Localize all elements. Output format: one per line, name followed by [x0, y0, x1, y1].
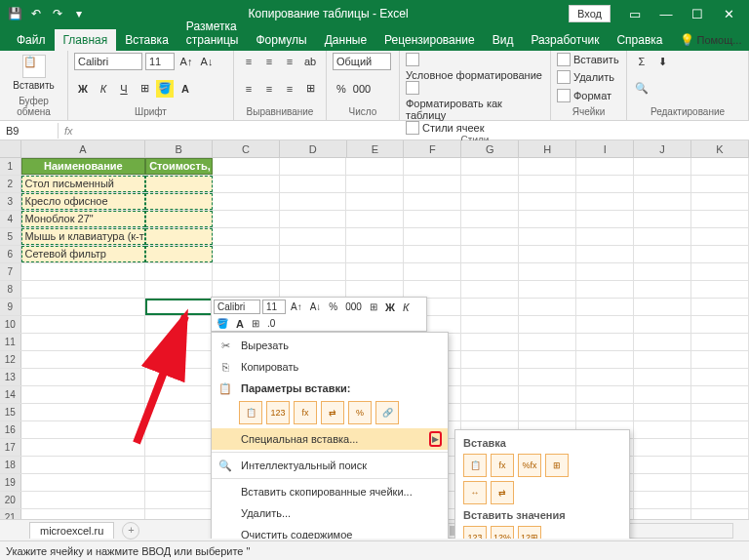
cell[interactable]	[461, 299, 519, 315]
cell[interactable]	[21, 316, 146, 333]
paste-formatting-icon[interactable]: %	[348, 401, 372, 424]
cell[interactable]	[145, 299, 213, 315]
font-name-input[interactable]	[74, 53, 142, 70]
qat-dropdown-icon[interactable]: ▾	[70, 5, 88, 22]
cell[interactable]	[145, 281, 213, 298]
ctx-cut[interactable]: ✂Вырезать	[212, 335, 448, 356]
col-header[interactable]: F	[404, 140, 461, 157]
paste-formulas-icon[interactable]: fx	[294, 401, 317, 424]
row-header[interactable]: 2	[0, 176, 21, 192]
cell[interactable]	[634, 228, 691, 245]
cell[interactable]	[213, 281, 280, 298]
sheet-tab[interactable]: microexcel.ru	[29, 522, 114, 539]
row-header[interactable]: 13	[0, 369, 21, 385]
cell[interactable]	[576, 299, 634, 315]
cell[interactable]	[576, 316, 634, 333]
cell[interactable]	[346, 281, 404, 298]
ctx-delete[interactable]: Удалить...	[212, 502, 448, 524]
mini-font[interactable]	[214, 300, 260, 314]
cell[interactable]	[145, 228, 213, 245]
number-format[interactable]	[333, 53, 391, 70]
cell[interactable]	[519, 158, 576, 175]
cell[interactable]	[461, 176, 519, 192]
col-header[interactable]: H	[519, 140, 576, 157]
cell[interactable]	[21, 421, 146, 438]
cell[interactable]	[145, 193, 213, 210]
cell[interactable]	[519, 263, 576, 280]
cell[interactable]	[634, 386, 691, 403]
increase-font-icon[interactable]: A↑	[177, 53, 195, 70]
tab-help[interactable]: Справка	[608, 29, 671, 51]
cell[interactable]	[519, 316, 576, 333]
row-header[interactable]: 5	[0, 228, 21, 245]
sub-paste-nocol[interactable]: ↔	[463, 481, 487, 504]
cell[interactable]	[576, 176, 634, 192]
col-header[interactable]: G	[461, 140, 519, 157]
sub-values-fmt[interactable]: 12%	[491, 526, 514, 539]
cell[interactable]	[519, 404, 576, 420]
sub-paste-formulas[interactable]: fx	[491, 454, 514, 477]
cell[interactable]	[461, 369, 519, 385]
cell[interactable]	[519, 386, 576, 403]
cell[interactable]	[280, 211, 347, 227]
cell[interactable]	[346, 263, 404, 280]
cell[interactable]	[21, 263, 146, 280]
cell[interactable]	[404, 263, 461, 280]
cell[interactable]	[691, 386, 749, 403]
cell[interactable]	[145, 369, 213, 385]
name-box[interactable]: B9	[0, 123, 59, 139]
ctx-paste-special[interactable]: Специальная вставка...▶	[212, 428, 448, 450]
underline-button[interactable]: Ч	[115, 80, 133, 98]
cell[interactable]	[576, 386, 634, 403]
col-header[interactable]: I	[576, 140, 634, 157]
cell[interactable]	[691, 474, 749, 491]
col-header[interactable]: K	[691, 140, 749, 157]
cell[interactable]	[145, 351, 213, 368]
cell[interactable]	[461, 351, 519, 368]
cell[interactable]	[576, 369, 634, 385]
cell[interactable]	[280, 246, 347, 262]
cell[interactable]	[21, 457, 146, 473]
cell[interactable]	[691, 158, 749, 175]
autosum-icon[interactable]: Σ	[633, 53, 650, 70]
ribbon-options-icon[interactable]: ▭	[620, 7, 650, 21]
cell[interactable]	[21, 492, 146, 508]
cell[interactable]	[21, 351, 146, 368]
cell[interactable]	[519, 176, 576, 192]
cell[interactable]	[691, 316, 749, 333]
cell[interactable]	[404, 176, 461, 192]
cell[interactable]	[461, 158, 519, 175]
cell[interactable]	[634, 404, 691, 420]
fill-color-icon[interactable]: 🪣	[156, 80, 174, 98]
cell[interactable]	[346, 158, 404, 175]
row-header[interactable]: 3	[0, 193, 21, 210]
cell[interactable]	[691, 439, 749, 456]
cell[interactable]	[691, 404, 749, 420]
cell[interactable]	[145, 421, 213, 438]
cell[interactable]	[634, 246, 691, 262]
font-size-input[interactable]	[145, 53, 175, 70]
cell[interactable]	[145, 211, 213, 227]
tab-formulas[interactable]: Формулы	[247, 29, 315, 51]
table-format-icon[interactable]	[406, 81, 419, 95]
undo-icon[interactable]: ↶	[27, 5, 45, 22]
cell[interactable]	[461, 316, 519, 333]
cell[interactable]	[461, 211, 519, 227]
sub-values[interactable]: 123	[463, 526, 487, 539]
row-header[interactable]: 16	[0, 421, 21, 438]
cell[interactable]	[691, 176, 749, 192]
ctx-clear[interactable]: Очистить содержимое	[212, 524, 448, 539]
cell[interactable]	[691, 246, 749, 262]
cell[interactable]	[404, 246, 461, 262]
cell[interactable]	[691, 457, 749, 473]
col-header[interactable]: D	[280, 140, 347, 157]
cell[interactable]	[461, 386, 519, 403]
new-sheet-button[interactable]: +	[122, 522, 139, 540]
cell[interactable]	[21, 474, 146, 491]
paste-all-icon[interactable]: 📋	[239, 401, 262, 424]
col-header[interactable]: E	[347, 140, 405, 157]
cell[interactable]	[404, 281, 461, 298]
cell[interactable]	[21, 404, 146, 420]
cell[interactable]	[213, 158, 280, 175]
cell[interactable]	[280, 158, 347, 175]
